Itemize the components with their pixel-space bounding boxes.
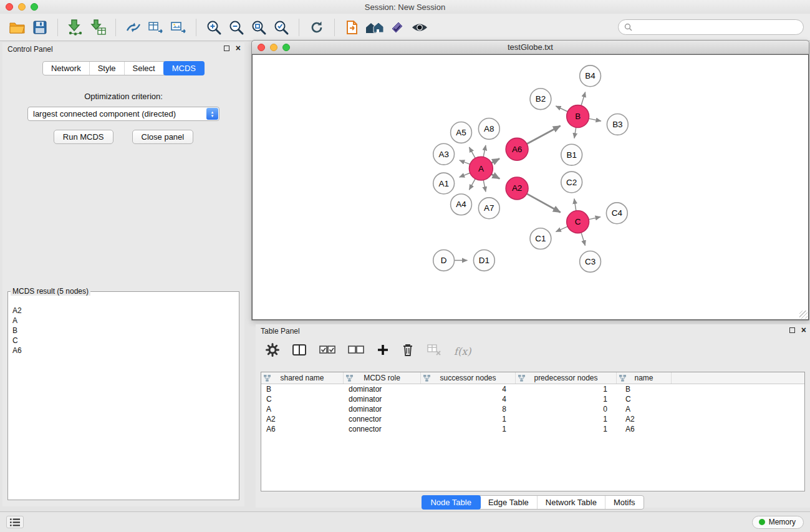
graph-node-B[interactable]: B: [567, 105, 589, 128]
zoom-fit-icon[interactable]: [248, 16, 270, 39]
graph-node-A4[interactable]: A4: [451, 194, 472, 215]
graph-edge-A-A4[interactable]: [469, 179, 475, 190]
graph-edge-A-A8[interactable]: [483, 145, 486, 157]
close-panel-button[interactable]: Close panel: [132, 130, 194, 144]
cell-predecessor-nodes[interactable]: 1: [516, 415, 617, 423]
graph-edge-A-A3[interactable]: [460, 160, 470, 164]
export-table-icon[interactable]: [145, 16, 167, 39]
cell-mcds-role[interactable]: dominator: [344, 395, 421, 404]
graph-node-C1[interactable]: C1: [530, 228, 551, 249]
cell-successor-nodes[interactable]: 4: [421, 385, 516, 394]
graph-edge-A-A7[interactable]: [483, 180, 486, 192]
graph-node-A3[interactable]: A3: [433, 143, 455, 165]
cell-mcds-role[interactable]: connector: [344, 425, 421, 433]
graph-node-A2[interactable]: A2: [506, 177, 528, 200]
run-mcds-button[interactable]: Run MCDS: [54, 130, 113, 144]
optimization-criterion-dropdown[interactable]: largest connected component (directed) ▲…: [27, 107, 219, 121]
add-row-icon[interactable]: [377, 344, 389, 359]
graph-node-C[interactable]: C: [567, 211, 589, 233]
cell-predecessor-nodes[interactable]: 1: [516, 425, 617, 433]
tab-mcds[interactable]: MCDS: [163, 61, 205, 75]
graph-edge-C-C3[interactable]: [581, 233, 585, 246]
float-panel-icon[interactable]: [224, 46, 229, 51]
graph-node-D[interactable]: D: [433, 250, 455, 271]
memory-button[interactable]: Memory: [752, 516, 804, 529]
minimize-window-button[interactable]: [18, 3, 26, 11]
cell-successor-nodes[interactable]: 8: [421, 405, 516, 414]
graph-node-A[interactable]: A: [469, 157, 493, 180]
cell-shared-name[interactable]: B: [261, 385, 344, 394]
graph-edge-A-A1[interactable]: [460, 173, 470, 177]
graph-node-A8[interactable]: A8: [478, 118, 499, 140]
graph-node-A7[interactable]: A7: [478, 198, 499, 219]
cell-predecessor-nodes[interactable]: 1: [516, 395, 617, 404]
node-table[interactable]: shared nameMCDS rolesuccessor nodesprede…: [261, 372, 805, 491]
cell-shared-name[interactable]: A6: [261, 425, 344, 433]
graph-node-B3[interactable]: B3: [607, 114, 628, 135]
graph-edge-A-A5[interactable]: [469, 147, 475, 158]
graph-edge-B-B3[interactable]: [589, 118, 601, 121]
home-icon[interactable]: [364, 16, 386, 39]
close-window-button[interactable]: [6, 3, 13, 11]
tab-edge-table[interactable]: Edge Table: [480, 496, 538, 509]
cell-name[interactable]: A2: [617, 415, 672, 423]
cell-mcds-role[interactable]: connector: [344, 415, 421, 423]
cell-predecessor-nodes[interactable]: 0: [516, 405, 617, 414]
zoom-window-button[interactable]: [31, 3, 38, 11]
open-session-icon[interactable]: [6, 16, 29, 39]
cell-predecessor-nodes[interactable]: 1: [516, 385, 617, 394]
cell-shared-name[interactable]: A: [261, 405, 344, 414]
cell-mcds-role[interactable]: dominator: [344, 405, 421, 414]
annotation-icon[interactable]: [386, 16, 408, 39]
gear-icon[interactable]: [266, 343, 279, 359]
network-canvas[interactable]: B4B2BB3A5A8A6A3B1AC2A1A2A4A7C4CC1DD1C3: [252, 54, 809, 320]
table-row-c[interactable]: Cdominator41C: [261, 394, 804, 404]
result-item-a6[interactable]: A6: [10, 346, 237, 355]
cell-mcds-role[interactable]: dominator: [344, 385, 421, 394]
graph-node-C3[interactable]: C3: [580, 251, 601, 273]
deselect-all-icon[interactable]: [348, 344, 364, 359]
result-item-b[interactable]: B: [10, 326, 237, 336]
column-header-predecessor-nodes[interactable]: predecessor nodes: [516, 372, 617, 384]
tab-motifs[interactable]: Motifs: [605, 496, 644, 509]
graph-node-A5[interactable]: A5: [451, 122, 472, 143]
search-box[interactable]: [618, 19, 804, 35]
cell-successor-nodes[interactable]: 4: [421, 395, 516, 404]
cell-successor-nodes[interactable]: 1: [421, 415, 516, 423]
result-item-a2[interactable]: A2: [10, 306, 237, 316]
graph-edge-B-B1[interactable]: [574, 127, 576, 138]
column-header-name[interactable]: name: [617, 372, 672, 384]
table-row-a[interactable]: Adominator80A: [261, 404, 804, 414]
graph-edge-A2-C[interactable]: [527, 194, 561, 213]
refresh-icon[interactable]: [306, 16, 328, 39]
column-chooser-icon[interactable]: [292, 344, 307, 359]
graph-node-D1[interactable]: D1: [473, 250, 494, 271]
tab-network-table[interactable]: Network Table: [538, 496, 605, 509]
tab-node-table[interactable]: Node Table: [422, 495, 481, 510]
graph-node-B1[interactable]: B1: [561, 144, 582, 165]
graph-node-C4[interactable]: C4: [606, 203, 627, 224]
resize-grip[interactable]: [799, 311, 808, 319]
cell-successor-nodes[interactable]: 1: [421, 425, 516, 433]
zoom-network-window-button[interactable]: [282, 44, 290, 51]
minimize-network-window-button[interactable]: [270, 44, 277, 51]
task-list-button[interactable]: [6, 516, 24, 528]
close-network-window-button[interactable]: [258, 44, 265, 51]
graph-edge-C-C1[interactable]: [556, 226, 567, 231]
cell-name[interactable]: A6: [617, 425, 672, 433]
zoom-out-icon[interactable]: [225, 16, 248, 39]
graph-edge-B-B2[interactable]: [556, 106, 567, 112]
layout-arrows-icon[interactable]: [122, 16, 145, 39]
float-table-panel-icon[interactable]: [789, 327, 795, 333]
graph-edge-A-A6[interactable]: [491, 158, 499, 163]
tab-network[interactable]: Network: [43, 62, 90, 75]
graph-edge-C-C4[interactable]: [589, 217, 600, 220]
cell-shared-name[interactable]: C: [261, 395, 344, 404]
column-header-successor-nodes[interactable]: successor nodes: [421, 372, 516, 384]
open-document-icon[interactable]: [341, 16, 364, 39]
table-row-a6[interactable]: A6connector11A6: [261, 424, 804, 434]
search-input[interactable]: [635, 22, 798, 32]
export-image-icon[interactable]: [167, 16, 190, 39]
cell-name[interactable]: A: [617, 405, 672, 414]
select-all-icon[interactable]: [319, 344, 335, 359]
